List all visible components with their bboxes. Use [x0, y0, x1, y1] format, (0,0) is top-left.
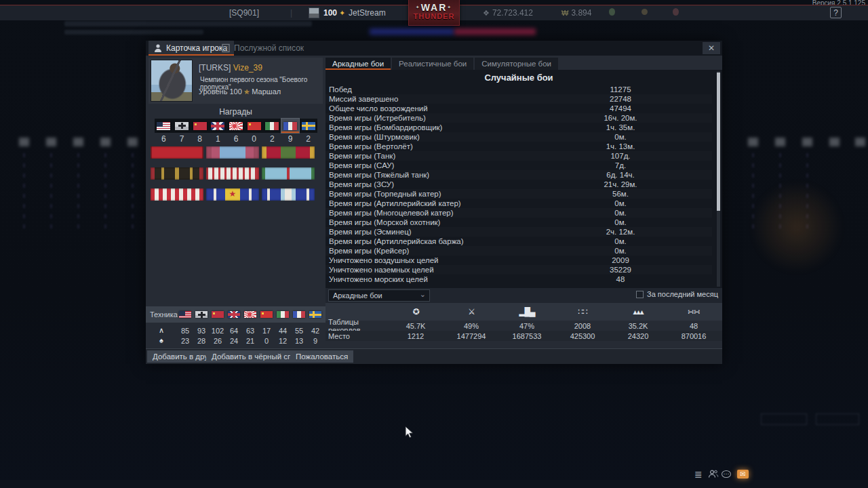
- battle-mode-tab[interactable]: Аркадные бои: [326, 58, 391, 70]
- stat-label: Время игры (Артиллерийская баржа): [329, 237, 464, 246]
- award-ribbon[interactable]: [151, 188, 203, 201]
- records-column-icon: ▂█▄: [499, 303, 555, 321]
- place-value: 425300: [555, 332, 610, 340]
- award-ribbon[interactable]: [151, 146, 203, 159]
- award-ribbon[interactable]: [151, 167, 203, 180]
- player-info-card: [TURKS] Vize_39 Чемпион первого сезона "…: [149, 58, 323, 104]
- help-button[interactable]: ?: [830, 7, 842, 18]
- award-nation-tab[interactable]: [227, 119, 245, 133]
- stat-row: Миссий завершено 22748: [326, 94, 712, 104]
- squadron-tag[interactable]: [SQ901]: [229, 5, 259, 20]
- vehicles-nation-cell[interactable]: [193, 311, 210, 318]
- records-column-icon: ⚔: [443, 303, 499, 321]
- stat-value: 6д. 14ч.: [566, 170, 675, 180]
- nation-flag-icon: [157, 122, 170, 130]
- report-button[interactable]: Пожаловаться: [290, 350, 353, 363]
- bag-icon[interactable]: [673, 8, 679, 16]
- place-value: 1687533: [499, 332, 555, 340]
- player-level-rank: Уровень 100 ✯ Маршал: [199, 87, 281, 96]
- stat-value: 0м.: [566, 199, 675, 208]
- silver-lions-balance[interactable]: ❖72.723.412: [483, 5, 533, 20]
- vehicles-nation-cell[interactable]: [242, 311, 258, 318]
- vehicles-nation-cell[interactable]: [275, 311, 291, 318]
- stat-label: Время игры (ЗСУ): [329, 180, 394, 189]
- stat-label: Время игры (Торпедный катер): [329, 189, 441, 199]
- award-count: 6: [155, 134, 173, 144]
- stat-row: Уничтожено воздушных целей 2009: [326, 256, 712, 265]
- stats-scrollbar-thumb[interactable]: [717, 73, 720, 211]
- award-ribbon[interactable]: [206, 188, 259, 201]
- place-value: 1477294: [443, 332, 499, 340]
- army-icon: ♠: [146, 336, 177, 345]
- vehicles-nation-cell[interactable]: [210, 311, 226, 318]
- award-count: 8: [191, 134, 209, 144]
- player-nickname[interactable]: JetStream: [349, 5, 386, 20]
- stat-row: Время игры (Артиллерийская баржа) 0м.: [326, 237, 712, 246]
- friends-icon[interactable]: [708, 469, 719, 479]
- prestige-star-icon: ✦: [339, 5, 345, 20]
- ground-count: 0: [258, 337, 275, 345]
- ground-count: 23: [177, 337, 193, 345]
- aircraft-count-row: ∧ 8593102646317445542: [146, 325, 326, 336]
- vehicles-nation-cell[interactable]: [291, 311, 307, 318]
- award-nation-tab[interactable]: [281, 119, 300, 133]
- nation-flag-icon: [229, 122, 243, 130]
- player-portrait[interactable]: [151, 60, 193, 102]
- player-avatar-mini[interactable]: [309, 7, 319, 18]
- stat-row: Время игры (Эсминец) 2ч. 12м.: [326, 227, 712, 237]
- event-balloon-icon[interactable]: [609, 8, 615, 16]
- aircraft-count: 102: [210, 327, 226, 335]
- golden-eagles-balance[interactable]: ₩3.894: [561, 5, 591, 20]
- award-nation-tab[interactable]: [209, 119, 227, 133]
- stat-value: 107д.: [566, 151, 675, 161]
- nation-flag-icon: [212, 311, 224, 318]
- battle-mode-dropdown[interactable]: Аркадные бои ⌄: [328, 289, 430, 302]
- award-ribbon[interactable]: [262, 188, 315, 201]
- statistics-panel: Случайные бои Побед 11275 Миссий заверше…: [326, 70, 722, 288]
- last-month-filter[interactable]: За последний месяц: [636, 290, 718, 298]
- background-button-blur: [816, 413, 859, 425]
- records-value: 48: [666, 322, 722, 330]
- vehicles-nation-cell[interactable]: [258, 311, 275, 318]
- battle-mode-tab[interactable]: Симуляторные бои: [475, 58, 558, 70]
- award-ribbon[interactable]: [206, 167, 259, 180]
- war-thunder-logo: WAR THUNDER: [408, 0, 460, 26]
- chat-icon[interactable]: ⋯: [722, 470, 731, 478]
- award-ribbon[interactable]: [262, 146, 315, 159]
- award-nation-tab[interactable]: [245, 119, 263, 133]
- background-line-blur: [23, 153, 25, 231]
- award-count: 2: [299, 134, 317, 144]
- vehicles-nation-cell[interactable]: [226, 311, 242, 318]
- last-month-checkbox[interactable]: [636, 291, 644, 298]
- award-nation-tab[interactable]: [263, 119, 281, 133]
- award-nation-tab[interactable]: [299, 119, 317, 133]
- nation-flag-icon: [244, 311, 256, 318]
- mail-icon[interactable]: ✉: [737, 470, 749, 479]
- soldier-icon: [153, 43, 163, 53]
- tab-service-record[interactable]: Послужной список: [216, 41, 311, 56]
- records-filter-row: Аркадные бои ⌄ За последний месяц: [326, 288, 722, 303]
- background-text-blur: [64, 30, 203, 35]
- award-ribbon[interactable]: [206, 146, 259, 159]
- player-card-window: Карточка игрока Послужной список ✕ [TURK…: [146, 41, 722, 364]
- battle-log-icon[interactable]: ≣: [694, 469, 703, 480]
- trophy-icon[interactable]: [642, 9, 648, 15]
- nation-flag-icon: [248, 122, 261, 130]
- stat-value: 1ч. 13м.: [566, 142, 675, 151]
- close-icon[interactable]: ✕: [703, 42, 720, 54]
- stat-value: 0м.: [566, 246, 675, 256]
- award-nation-tab[interactable]: [155, 119, 173, 133]
- window-tab-bar: Карточка игрока Послужной список ✕: [146, 41, 722, 56]
- background-icon-blur: [775, 138, 785, 146]
- ground-count: 12: [275, 337, 291, 345]
- award-nation-tab[interactable]: [191, 119, 209, 133]
- vehicles-nation-cell[interactable]: [307, 311, 323, 318]
- battle-mode-tab[interactable]: Реалистичные бои: [392, 58, 473, 70]
- records-column-icon: ✪: [388, 303, 443, 321]
- stat-row: Время игры (Тяжёлый танк) 6д. 14ч.: [326, 170, 712, 180]
- aircraft-count: 63: [242, 327, 258, 335]
- stat-value: 2ч. 12м.: [566, 227, 675, 237]
- vehicles-nation-cell[interactable]: [177, 311, 193, 318]
- award-nation-tab[interactable]: [173, 119, 191, 133]
- award-ribbon[interactable]: [262, 167, 315, 180]
